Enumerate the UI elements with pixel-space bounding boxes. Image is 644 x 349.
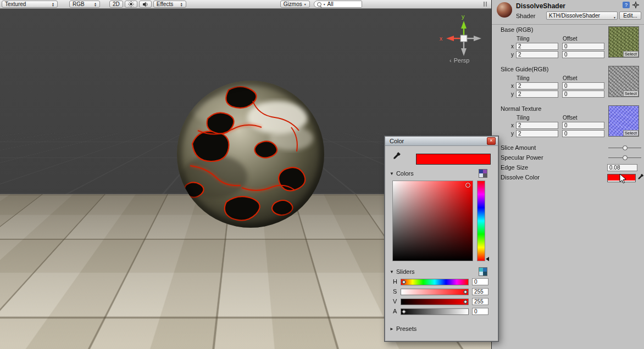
offset-x-field[interactable]: 0 (562, 122, 604, 129)
offset-y-field[interactable]: 0 (562, 91, 604, 98)
section-title: Base (RGB) (501, 26, 533, 33)
tiling-y-field[interactable]: 2 (516, 91, 558, 98)
texture-section-base: Base (RGB) Tiling Offset x 2 0 y 2 0 Sel… (492, 26, 644, 66)
slider-marker (402, 280, 406, 284)
presets-foldout[interactable]: ► Presets (390, 325, 417, 332)
gizmo-center-cube[interactable] (460, 35, 467, 42)
slice-guide-texture-thumbnail[interactable]: Select (608, 66, 639, 97)
offset-x-field[interactable]: 0 (562, 43, 604, 50)
s-label: S (393, 288, 397, 295)
row-y-label: y (511, 131, 514, 137)
hue-bar[interactable] (477, 181, 485, 261)
alpha-slider[interactable] (401, 308, 469, 315)
help-icon[interactable]: ? (623, 2, 630, 8)
h-value-field[interactable]: 0 (472, 278, 488, 285)
foldout-open-icon: ▼ (390, 171, 394, 176)
specular-power-slider[interactable] (608, 154, 641, 161)
select-texture-button[interactable]: Select (623, 51, 639, 57)
sliders-foldout[interactable]: ▼ Sliders (390, 268, 415, 275)
edit-shader-button[interactable]: Edit... (619, 12, 641, 20)
orientation-gizmo[interactable]: y x (438, 12, 491, 63)
v-value-field[interactable]: 255 (472, 298, 488, 305)
colors-foldout[interactable]: ▼ Colors (390, 170, 414, 177)
offset-x-field[interactable]: 0 (562, 82, 604, 89)
h-label: H (393, 278, 397, 285)
gear-icon[interactable] (632, 2, 639, 8)
current-color-bar (416, 154, 491, 165)
base-texture-thumbnail[interactable]: Select (608, 26, 639, 58)
sv-picker-marker (465, 183, 470, 188)
eyedropper-icon[interactable] (637, 173, 644, 181)
saturation-slider-row: S 255 (385, 288, 499, 296)
color-grid-icon[interactable] (479, 169, 487, 178)
offset-y-field[interactable]: 0 (562, 51, 604, 58)
alpha-slider-row: A 0 (385, 308, 499, 316)
material-preview-icon (497, 2, 512, 18)
gizmos-label: Gizmos (284, 1, 302, 7)
slice-amount-slider[interactable] (608, 144, 641, 151)
saturation-slider[interactable] (401, 289, 469, 295)
dropdown-arrow-icon: ▼ (304, 3, 307, 6)
tiling-x-field[interactable]: 2 (516, 82, 558, 89)
search-icon (317, 2, 321, 7)
edge-size-row: Edge Size 0.08 (492, 164, 644, 172)
updown-arrows-icon: ▲▼ (94, 2, 97, 7)
tiling-x-field[interactable]: 2 (516, 43, 558, 50)
specular-power-label: Specular Power (501, 154, 543, 161)
value-slider[interactable] (401, 299, 469, 305)
select-texture-button[interactable]: Select (623, 130, 639, 136)
window-title-bar[interactable]: Color × (385, 137, 498, 146)
saturation-value-picker[interactable] (392, 181, 473, 261)
texture-section-normal: Normal Texture Tiling Offset x 2 0 y 2 0… (492, 105, 644, 145)
slider-marker (463, 300, 468, 304)
search-value: All (327, 1, 334, 7)
tiling-x-field[interactable]: 2 (516, 122, 558, 129)
eyedropper-tool-button[interactable] (392, 151, 401, 161)
scene-lighting-button[interactable] (125, 1, 137, 8)
slider-knob[interactable] (623, 145, 628, 150)
hue-slider[interactable] (401, 279, 469, 285)
slider-knob[interactable] (623, 155, 628, 160)
persp-label: Persp (454, 57, 470, 64)
speaker-icon (142, 2, 148, 7)
row-y-label: y (511, 91, 514, 97)
shading-mode-label: Textured (5, 1, 26, 7)
hue-slider-row: H 0 (385, 278, 499, 286)
gizmos-dropdown[interactable]: Gizmos ▼ (280, 1, 310, 8)
gizmo-y-label: y (462, 13, 465, 20)
s-value-field[interactable]: 255 (472, 288, 488, 295)
effects-dropdown[interactable]: Effects ▲▼ (153, 1, 186, 8)
shader-dropdown[interactable]: KTH/DissolveShader ▼ (546, 12, 618, 20)
tiling-header: Tiling (517, 75, 530, 81)
section-title: Slice Guide(RGB) (501, 66, 548, 72)
close-icon: × (490, 138, 492, 143)
select-texture-button[interactable]: Select (623, 91, 639, 97)
search-filter-arrow-icon: ▼ (323, 3, 326, 6)
scene-audio-button[interactable] (139, 1, 152, 8)
projection-toggle[interactable]: ‹ Persp (449, 57, 469, 64)
dissolve-sphere[interactable] (176, 78, 325, 230)
shading-mode-dropdown[interactable]: Textured ▲▼ (2, 1, 58, 8)
render-channels-dropdown[interactable]: RGB ▲▼ (69, 1, 100, 8)
sphere-shadow (92, 228, 241, 297)
a-value-field[interactable]: 0 (472, 308, 488, 315)
rgb-hsv-switch-icon[interactable] (479, 267, 487, 276)
tiling-y-field[interactable]: 2 (516, 51, 558, 58)
color-picker-window: Color × ▼ Colors ▼ Sliders H 0 (385, 136, 498, 341)
offset-y-field[interactable]: 0 (562, 130, 604, 137)
close-button[interactable]: × (487, 137, 496, 145)
scene-search-field[interactable]: ▼ All (314, 1, 362, 8)
material-name: DissolveShader (516, 2, 565, 10)
effects-label: Effects (157, 1, 173, 7)
slider-marker (463, 290, 468, 294)
scene-toolbar: Textured ▲▼ RGB ▲▼ 2D (0, 0, 491, 9)
normal-texture-thumbnail[interactable]: Select (608, 105, 639, 137)
gizmo-x-label: x (440, 35, 443, 42)
row-y-label: y (511, 52, 514, 58)
offset-header: Offset (563, 75, 578, 81)
toggle-2d-button[interactable]: 2D (109, 1, 123, 8)
tiling-y-field[interactable]: 2 (516, 130, 558, 137)
render-channels-label: RGB (73, 1, 85, 7)
edge-size-field[interactable]: 0.08 (607, 164, 637, 171)
slider-marker (402, 309, 406, 314)
